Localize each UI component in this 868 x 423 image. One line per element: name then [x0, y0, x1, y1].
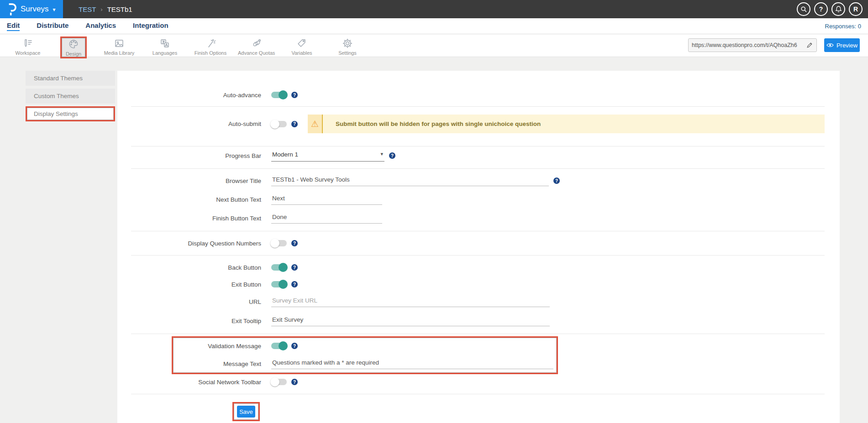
- bell-icon: [835, 5, 842, 13]
- message-text-label: Message Text: [173, 360, 261, 367]
- tab-integration[interactable]: Integration: [133, 21, 168, 31]
- auto-submit-warning: ⚠ Submit button will be hidden for pages…: [308, 115, 825, 133]
- exit-button-label: Exit Button: [117, 281, 261, 288]
- validation-message-toggle[interactable]: [271, 343, 287, 349]
- social-network-toolbar-label: Social Network Toolbar: [117, 379, 261, 386]
- social-network-toolbar-row: Social Network Toolbar: [117, 374, 840, 390]
- divider: [131, 168, 825, 169]
- avatar-initial: R: [853, 5, 858, 13]
- next-button-text-row: Next Button Text: [117, 190, 840, 209]
- validation-message-label: Validation Message: [173, 343, 261, 350]
- toolbar-item-advance-quotas[interactable]: Advance Quotas: [233, 34, 279, 57]
- exit-tooltip-input[interactable]: [271, 315, 550, 326]
- breadcrumb-parent[interactable]: TEST: [79, 5, 96, 13]
- progress-bar-row: Progress Bar Modern 1: [117, 146, 840, 165]
- preview-button[interactable]: Preview: [824, 38, 860, 52]
- warning-triangle-icon: ⚠: [311, 120, 319, 128]
- breadcrumb-separator-icon: ›: [100, 6, 102, 13]
- responses-count[interactable]: Responses: 0: [825, 23, 862, 30]
- toolbar-item-finish-options[interactable]: Finish Options: [188, 34, 233, 57]
- progress-bar-select[interactable]: Modern 1: [271, 150, 384, 162]
- auto-advance-toggle[interactable]: [271, 92, 287, 98]
- divider: [131, 394, 825, 394]
- back-button-label: Back Button: [117, 264, 261, 271]
- auto-submit-label: Auto-submit: [117, 120, 261, 127]
- divider: [131, 106, 825, 107]
- social-network-toolbar-toggle[interactable]: [271, 379, 287, 385]
- finish-options-wand-icon: [195, 38, 226, 49]
- share-url-input[interactable]: [689, 42, 803, 48]
- sidebar-item-custom-themes[interactable]: Custom Themes: [26, 89, 115, 104]
- tab-analytics[interactable]: Analytics: [85, 21, 116, 31]
- browser-title-row: Browser Title: [117, 172, 840, 190]
- search-button[interactable]: [797, 2, 810, 16]
- save-button[interactable]: Save: [237, 406, 255, 418]
- save-annotation-box: Save: [232, 402, 260, 421]
- browser-title-label: Browser Title: [117, 178, 261, 184]
- finish-button-text-input[interactable]: [271, 213, 382, 224]
- sidebar-item-standard-themes[interactable]: Standard Themes: [26, 71, 115, 86]
- tab-distribute[interactable]: Distribute: [37, 21, 68, 31]
- breadcrumb: TEST › TESTb1: [79, 5, 132, 13]
- next-button-text-input[interactable]: [271, 194, 382, 205]
- surveys-menu[interactable]: Surveys: [0, 0, 63, 18]
- media-library-icon: [104, 38, 135, 49]
- finish-button-text-label: Finish Button Text: [117, 215, 261, 222]
- finish-button-text-row: Finish Button Text: [117, 209, 840, 227]
- toolbar-item-design[interactable]: Design: [51, 34, 96, 58]
- exit-url-input[interactable]: [271, 296, 550, 307]
- settings-gear-icon: [338, 38, 357, 49]
- languages-icon: [153, 38, 177, 49]
- exit-url-row: URL: [117, 292, 840, 311]
- edit-url-button[interactable]: [803, 39, 816, 52]
- variables-tag-icon: [291, 38, 312, 49]
- display-question-numbers-toggle[interactable]: [271, 240, 287, 246]
- auto-submit-toggle[interactable]: [271, 121, 287, 127]
- toolbar-item-languages[interactable]: Languages: [142, 34, 188, 57]
- auto-submit-help-icon[interactable]: [291, 121, 298, 127]
- back-button-toggle[interactable]: [271, 264, 287, 271]
- warning-stripe: ⚠: [308, 115, 323, 133]
- validation-message-section: Validation Message Message Text: [172, 336, 558, 374]
- pencil-icon: [806, 42, 813, 48]
- tab-edit[interactable]: Edit: [7, 21, 20, 31]
- display-settings-panel: Auto-advance Auto-submit ⚠ Submit button…: [117, 71, 840, 423]
- progress-bar-help-icon[interactable]: [389, 152, 395, 159]
- auto-advance-label: Auto-advance: [117, 92, 261, 99]
- search-icon: [800, 5, 807, 13]
- divider: [131, 334, 825, 334]
- design-sidebar: Standard Themes Custom Themes Display Se…: [26, 71, 115, 124]
- browser-title-input[interactable]: [271, 175, 549, 186]
- toolbar-item-media-library[interactable]: Media Library: [96, 34, 142, 57]
- next-button-text-label: Next Button Text: [117, 196, 261, 203]
- auto-submit-row: Auto-submit ⚠ Submit button will be hidd…: [117, 115, 840, 133]
- divider: [131, 231, 825, 231]
- exit-url-label: URL: [117, 298, 261, 305]
- sidebar-item-display-settings[interactable]: Display Settings: [26, 106, 115, 121]
- toolbar-item-variables[interactable]: Variables: [279, 34, 325, 57]
- validation-message-help-icon[interactable]: [291, 343, 298, 349]
- auto-advance-help-icon[interactable]: [291, 92, 298, 98]
- exit-button-help-icon[interactable]: [291, 281, 298, 287]
- social-network-toolbar-help-icon[interactable]: [291, 379, 298, 385]
- breadcrumb-current: TESTb1: [107, 5, 132, 13]
- back-button-help-icon[interactable]: [291, 264, 298, 271]
- help-button[interactable]: ?: [814, 2, 828, 16]
- question-mark-icon: ?: [819, 5, 823, 13]
- toolbar-item-settings[interactable]: Settings: [325, 34, 370, 57]
- exit-tooltip-label: Exit Tooltip: [117, 318, 261, 324]
- browser-title-help-icon[interactable]: [553, 178, 560, 184]
- display-question-numbers-row: Display Question Numbers: [117, 235, 840, 251]
- display-question-numbers-help-icon[interactable]: [291, 240, 298, 246]
- warning-text: Submit button will be hidden for pages w…: [336, 120, 541, 127]
- avatar[interactable]: R: [849, 2, 863, 16]
- notifications-button[interactable]: [831, 2, 845, 16]
- eye-icon: [826, 42, 834, 48]
- questionpro-logo-icon: [7, 3, 16, 16]
- surveys-label: Surveys: [21, 5, 48, 14]
- message-text-input[interactable]: [271, 358, 553, 369]
- display-question-numbers-label: Display Question Numbers: [117, 240, 261, 247]
- toolbar-item-workspace[interactable]: Workspace: [5, 34, 51, 57]
- share-url-box: [688, 38, 817, 52]
- exit-button-toggle[interactable]: [271, 281, 287, 287]
